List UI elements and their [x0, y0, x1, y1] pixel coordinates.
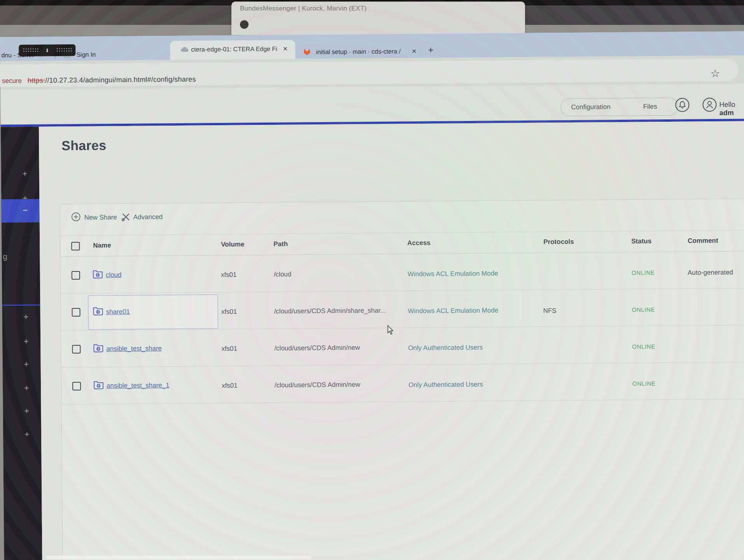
cell-volume: xfs01	[221, 308, 237, 316]
url-row: secure https://10.27.23.4/admingui/main.…	[0, 55, 744, 89]
minus-icon: −	[19, 205, 31, 215]
status-badge: ONLINE	[632, 380, 656, 387]
app-header: Configuration Files Hello adm	[0, 84, 744, 124]
col-protocols[interactable]: Protocols	[543, 238, 574, 246]
sidebar-item[interactable]: +	[2, 308, 40, 326]
cell-volume: xfs01	[221, 345, 237, 353]
share-name-link[interactable]: share01	[106, 308, 130, 315]
table-row: cloud xfs01 /cloud Windows ACL Emulation…	[60, 251, 744, 294]
sidebar-item[interactable]: +	[3, 425, 41, 444]
tab-active-title: ctera-edge-01: CTERA Edge File	[191, 46, 277, 55]
tab-gitlab[interactable]: initial setup · main · cds-ctera /	[316, 48, 401, 56]
sidebar-item[interactable]: +	[2, 332, 40, 351]
cell-protocols: NFS	[543, 307, 557, 315]
url-bar[interactable]: secure https://10.27.23.4/admingui/main.…	[0, 59, 739, 87]
cell-access: Only Authenticated Users	[408, 381, 483, 389]
table-row: ansible_test_share xfs01 /cloud/users/CD…	[61, 325, 744, 368]
dots-pattern	[56, 47, 72, 53]
tools-icon	[121, 212, 131, 224]
plus-icon: +	[21, 383, 32, 393]
share-folder-icon	[93, 306, 103, 317]
tab-signin[interactable]: Sign In	[76, 51, 96, 58]
plus-icon: +	[19, 169, 31, 179]
security-label: secure	[2, 77, 22, 85]
page-title: Shares	[61, 138, 107, 153]
main-content: Shares New Share Advanced Name Volume Pa…	[39, 121, 744, 560]
status-badge: ONLINE	[632, 343, 655, 350]
dots-pattern	[23, 48, 38, 53]
advanced-button[interactable]: Advanced	[133, 213, 163, 221]
sidebar: + + − g + + + + + +	[1, 127, 42, 560]
circle-plus-icon	[71, 212, 81, 223]
greeting[interactable]: Hello adm	[719, 100, 744, 117]
sidebar-item-active[interactable]: −	[1, 199, 39, 223]
cell-access: Windows ACL Emulation Mode	[408, 270, 498, 278]
select-all-checkbox[interactable]	[71, 242, 80, 250]
row-checkbox[interactable]	[72, 271, 80, 280]
status-badge: ONLINE	[632, 306, 655, 313]
plus-icon: +	[21, 429, 33, 439]
col-volume[interactable]: Volume	[221, 241, 244, 248]
col-name[interactable]: Name	[93, 242, 111, 249]
tab-configuration[interactable]: Configuration	[571, 103, 610, 111]
tab-active-ctera[interactable]: ctera-edge-01: CTERA Edge File ✕	[170, 40, 295, 60]
url-rest: //10.27.23.4/admingui/main.html#/config/…	[45, 75, 196, 84]
sidebar-item[interactable]: +	[3, 379, 41, 397]
sidebar-partial-label[interactable]: g	[3, 252, 7, 261]
share-name-link[interactable]: cloud	[106, 271, 122, 278]
background-window-title: BundesMessenger | Kurock, Marvin (EXT)	[240, 5, 367, 12]
status-badge: ONLINE	[632, 269, 655, 276]
cloud-icon	[180, 46, 189, 54]
cell-path: /cloud/users/CDS Admin/share_shar...	[274, 307, 386, 315]
col-comment[interactable]: Comment	[688, 237, 718, 245]
plus-icon: +	[21, 359, 32, 369]
cell-path: /cloud/users/CDS Admin/new	[274, 344, 360, 352]
plus-icon: +	[20, 336, 32, 346]
sidebar-divider	[2, 304, 40, 306]
shares-card: New Share Advanced Name Volume Path Acce…	[60, 198, 744, 560]
cell-volume: xfs01	[222, 382, 238, 390]
view-switcher: Configuration Files	[560, 98, 678, 116]
bezel-reflection	[47, 556, 311, 559]
gitlab-icon	[301, 46, 312, 58]
sidebar-item[interactable]: +	[1, 165, 39, 183]
download-arrow-icon: ⬇	[45, 48, 49, 53]
close-icon[interactable]: ✕	[411, 48, 417, 55]
url-scheme-struck: https:	[28, 77, 45, 84]
close-icon[interactable]: ✕	[283, 46, 288, 52]
mouse-cursor	[387, 325, 395, 337]
cell-access: Windows ACL Emulation Mode	[408, 306, 499, 315]
col-path[interactable]: Path	[273, 240, 288, 248]
bookmark-star-icon[interactable]: ☆	[711, 67, 720, 80]
share-folder-icon	[93, 343, 103, 354]
row-checkbox[interactable]	[72, 308, 81, 317]
plus-icon: +	[21, 406, 32, 416]
cell-comment: Auto-generated	[688, 269, 733, 277]
table-row: share01 xfs01 /cloud/users/CDS Admin/sha…	[61, 288, 744, 331]
cell-path: /cloud	[274, 271, 292, 278]
row-checkbox[interactable]	[72, 382, 81, 390]
plus-icon: +	[20, 312, 32, 322]
table-row: ansible_test_share_1 xfs01 /cloud/users/…	[61, 362, 744, 405]
bell-icon[interactable]	[675, 98, 690, 112]
share-folder-icon	[93, 269, 103, 280]
username: adm	[719, 109, 734, 117]
col-status[interactable]: Status	[631, 237, 651, 245]
new-share-button[interactable]: New Share	[84, 214, 117, 222]
row-checkbox[interactable]	[72, 345, 81, 354]
col-access[interactable]: Access	[407, 239, 431, 247]
download-chip[interactable]: ⬇	[19, 44, 75, 56]
share-folder-icon	[93, 380, 104, 391]
tab-files[interactable]: Files	[643, 103, 657, 110]
user-icon[interactable]	[702, 97, 717, 112]
share-name-link[interactable]: ansible_test_share	[106, 345, 162, 352]
sidebar-item[interactable]: +	[2, 355, 40, 374]
background-window: BundesMessenger | Kurock, Marvin (EXT)	[231, 2, 525, 35]
sidebar-item[interactable]: +	[3, 402, 41, 420]
cell-volume: xfs01	[221, 271, 237, 279]
share-name-link[interactable]: ansible_test_share_1	[107, 382, 170, 389]
greeting-word: Hello	[719, 101, 735, 108]
new-tab-button[interactable]: +	[428, 45, 433, 56]
monitor-photo: BundesMessenger | Kurock, Marvin (EXT) d…	[0, 0, 744, 560]
url-text: https://10.27.23.4/admingui/main.html#/c…	[28, 75, 196, 85]
